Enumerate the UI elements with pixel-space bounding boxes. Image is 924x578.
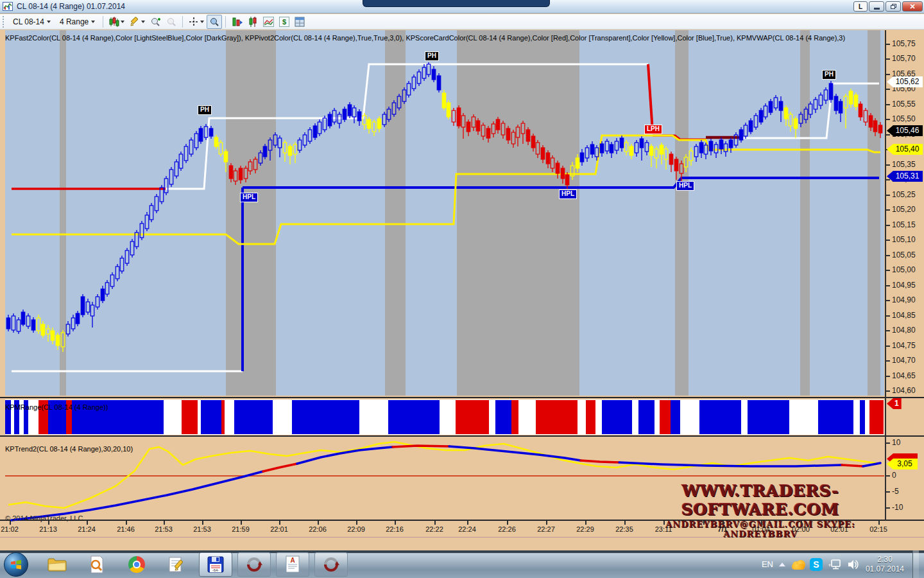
candle-body [694,146,698,157]
show-desktop-button[interactable] [912,550,919,578]
zoom-out-icon [166,17,176,27]
titlebar[interactable]: CL 08-14 (4 Range) 01.07.2014 L ✕ [0,0,924,13]
background-window-edge[interactable] [363,0,550,7]
time-axis-tick [585,521,586,525]
taskbar-floppy-app-button[interactable]: -64- [199,552,232,577]
toolbar-separator [103,16,103,28]
data-box-button[interactable] [207,15,222,29]
tray-date: 01.07.2014 [866,565,904,574]
price-tag: 105,31 [887,171,923,182]
chart-toolbar: CL 08-14 4 Range [0,14,924,30]
candle-body [125,250,129,263]
candle-body [834,96,838,110]
taskbar-clock[interactable]: 2:30 01.07.2014 [866,555,904,574]
candle-body [496,119,500,130]
toolbar-grip[interactable] [3,16,6,28]
interval-dropdown[interactable]: 4 Range [55,15,99,28]
notepad-pencil-icon [168,556,185,573]
candle-body [437,76,441,90]
taskbar-notepad-button[interactable] [164,553,189,576]
price-axis-label: 105,55 [892,100,916,109]
close-button[interactable]: ✕ [902,1,923,12]
session-band [226,30,276,396]
time-axis-tick [546,521,547,525]
candle-body [486,128,490,138]
cursor-crosshair-button[interactable] [186,15,207,29]
ninjatrader-swirl-icon [323,556,339,573]
candle-body [298,140,302,150]
price-axis-label: 105,35 [892,160,916,169]
link-button[interactable]: L [853,1,868,12]
taskbar-ninjatrader-button[interactable] [237,552,271,577]
candle-body [744,125,748,136]
scorecard-block [638,400,654,434]
candle-body [150,206,153,220]
time-axis-label: 22:27 [537,525,555,533]
instrument-value: CL 08-14 [13,17,44,26]
candle-body [859,104,862,117]
bar-type-button[interactable] [229,15,245,29]
price-axis-tick [886,330,890,331]
candle-body [46,329,50,334]
trend-axis-tick [886,507,890,509]
minimize-button[interactable] [869,1,884,12]
language-indicator[interactable]: EN [762,559,773,569]
candle-body [318,122,321,134]
candle-body [17,320,21,331]
line-chart-icon [263,17,274,27]
candlestick-icon [109,17,119,27]
time-axis-label: 22:01 [270,525,288,533]
chart-canvas[interactable] [0,30,924,550]
time-axis-tick [839,521,841,525]
candle-body [432,69,436,80]
candle-body [323,118,327,130]
candle-body [824,90,828,100]
time-axis-tick [878,521,880,525]
taskbar-explorer-button[interactable] [44,553,70,576]
network-tray-icon[interactable] [828,558,841,571]
taskbar-wordpad-app-button[interactable]: A [276,552,309,577]
time-axis-tick [703,521,705,525]
skype-tray-icon[interactable]: S [810,558,823,571]
drawing-tools-button[interactable] [127,15,148,29]
candle-body [620,138,624,148]
candle-body [645,143,649,152]
volume-tray-icon[interactable] [847,558,860,571]
ninjatrader-swirl-icon [246,556,262,573]
candle-body [739,130,743,140]
price-axis-tick [886,270,890,271]
price-axis-tick [886,255,890,256]
candle-body [86,302,90,312]
cloud-tray-icon[interactable] [791,558,804,571]
chart-style-button[interactable] [107,15,127,29]
candle-body [869,116,873,127]
trend-axis-tag: 3,05 [887,459,918,469]
scorecard-block [586,400,595,434]
taskbar-search-viewer-button[interactable] [84,553,110,576]
instrument-dropdown[interactable]: CL 08-14 [8,15,55,28]
candle-body [372,122,376,132]
start-button[interactable] [4,552,28,577]
window-title: CL 08-14 (4 Range) 01.07.2014 [17,2,125,11]
time-axis-label: 02:00 [792,525,810,533]
line-chart-button[interactable] [261,15,277,29]
time-axis-label: 22:29 [576,525,594,533]
hidden-icons-button[interactable] [779,563,785,566]
candle-body [140,223,144,238]
candle-body [779,101,783,110]
scorecard-block [182,400,198,434]
zoom-out-button[interactable] [164,15,179,29]
indicator-line [648,64,653,132]
candle-body [219,143,223,154]
taskbar-chrome-button[interactable] [124,553,150,576]
candle-body [624,143,628,152]
properties-button[interactable] [292,15,307,29]
zoom-in-button[interactable] [148,15,164,29]
candle-body [101,289,105,301]
taskbar-ninjatrader-button-2[interactable] [314,552,348,577]
restore-button[interactable] [886,1,901,12]
candle-type-button[interactable] [245,15,261,29]
candle-body [145,215,149,229]
chart-trader-button[interactable]: $ [277,15,292,29]
session-band [675,30,689,396]
